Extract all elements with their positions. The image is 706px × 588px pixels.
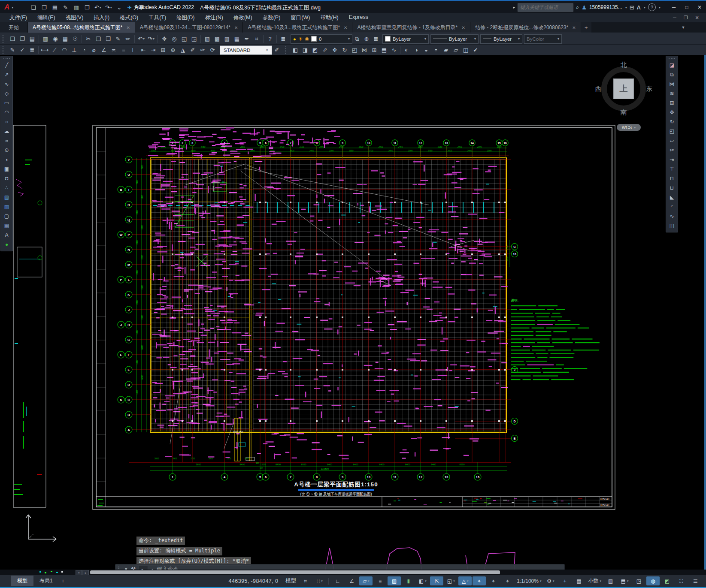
point-icon[interactable]: ∴	[2, 184, 11, 192]
layer-dropdown[interactable]: ● ☀ ◉ 0 ▾	[291, 34, 352, 44]
toolbar-grip[interactable]	[285, 46, 288, 54]
layer-lock-icon[interactable]: ◉	[305, 36, 309, 42]
zoom-realtime-icon[interactable]: ◎	[170, 34, 179, 44]
tab-start[interactable]: 开始	[0, 22, 28, 33]
clean-screen-icon[interactable]: ⛶	[675, 576, 688, 585]
snap-marker3-icon[interactable]: ⌖	[501, 576, 514, 585]
sheet-set-icon[interactable]: ▦	[232, 34, 242, 44]
extend-icon[interactable]: ⇥	[667, 155, 676, 164]
layer-on-icon[interactable]: ●	[293, 36, 296, 42]
plotstyle-dropdown[interactable]: ByColor▾	[524, 34, 562, 44]
new-layout-button[interactable]: +	[59, 578, 67, 584]
viewcube-south[interactable]: 南	[621, 109, 627, 117]
move-icon[interactable]: ✥	[667, 108, 676, 117]
print-icon[interactable]: ❒	[82, 3, 92, 12]
scale-icon[interactable]: ◰	[667, 127, 676, 136]
minimize-button[interactable]: ─	[667, 3, 680, 12]
autodesk-a-icon[interactable]: A	[637, 4, 641, 11]
file-tab-4[interactable]: 结修 - 2断桩报废原桩位...修改20080623*✕	[470, 22, 581, 33]
revision-cloud-icon[interactable]: ☁	[2, 127, 11, 136]
box-icon[interactable]: ◧	[291, 45, 300, 55]
stretch-icon[interactable]: ▱	[667, 136, 676, 145]
menu-item-5[interactable]: 工具(T)	[143, 13, 171, 22]
press-pull-icon[interactable]: ⬒	[379, 45, 389, 55]
infer-constraints-icon[interactable]: ∟	[331, 576, 344, 585]
tab-overflow-icon[interactable]: ▼	[679, 22, 688, 33]
dim-arc-icon[interactable]: ◠	[60, 45, 69, 55]
tool-palettes-icon[interactable]: ▨	[222, 34, 232, 44]
designcenter-icon[interactable]: ▩	[212, 34, 222, 44]
wedge-icon[interactable]: ◨	[300, 45, 310, 55]
break-at-point-icon[interactable]: ⊤	[667, 165, 676, 173]
ellipse-arc-icon[interactable]: ◖	[2, 155, 11, 164]
undo-icon[interactable]: ↶▾	[92, 3, 103, 12]
dim-aligned-icon[interactable]: ⟋	[50, 45, 59, 55]
gradient-icon[interactable]: ▥	[2, 202, 11, 211]
polyline-icon[interactable]: ∿	[2, 80, 11, 88]
open-icon[interactable]: ❐	[18, 34, 27, 44]
publish-icon[interactable]: ▦	[61, 34, 70, 44]
arc-icon[interactable]: ◠	[2, 108, 11, 117]
help-caret-icon[interactable]: ▾	[659, 6, 661, 9]
autocad-logo-icon[interactable]: A	[0, 3, 11, 12]
close-button[interactable]: ✕	[693, 3, 706, 12]
annotation-switch-icon[interactable]: ⚙▾	[544, 576, 557, 585]
mtext-icon[interactable]: A	[2, 231, 11, 239]
tab-close-icon[interactable]: ✕	[344, 25, 347, 30]
transparency-icon[interactable]: ▨	[388, 576, 401, 585]
customize-icon[interactable]: ☰	[689, 576, 702, 585]
new-tab-button[interactable]: +	[581, 22, 591, 33]
grid-display-icon[interactable]: ⌗	[299, 576, 312, 585]
offset-icon[interactable]: ≋	[667, 89, 676, 98]
workspace-switching-icon[interactable]: ◩	[661, 576, 674, 585]
menu-item-6[interactable]: 绘图(D)	[171, 13, 200, 22]
rotate-icon[interactable]: ↻	[667, 118, 676, 126]
layer-caret-icon[interactable]: ▾	[348, 37, 350, 41]
imprint-icon[interactable]: ◫	[461, 45, 470, 55]
lock-ui-icon[interactable]: ⬒▾	[618, 576, 631, 585]
redo-icon[interactable]: ↷▾	[146, 34, 156, 44]
text-style-icon[interactable]: ≣	[27, 45, 37, 55]
dim-continue-icon[interactable]: ⊦	[129, 45, 138, 55]
username[interactable]: 1505999135...	[589, 4, 622, 10]
tolerance-icon[interactable]: ⊞	[158, 45, 168, 55]
help-icon[interactable]: ?	[648, 3, 656, 11]
thicken-icon[interactable]: ▰	[441, 45, 451, 55]
file-tab-0[interactable]: A号楼结施05-08...结构最终正式施工图*✕	[28, 22, 135, 33]
annotation-scale-label[interactable]: 1:1/100%▾	[515, 576, 543, 585]
dim-style-dropdown[interactable]: STANDARD∨	[220, 45, 272, 55]
point-style-icon[interactable]: ●	[2, 240, 11, 249]
qsave-icon[interactable]: ▤	[49, 3, 60, 12]
dim-edit-icon[interactable]: ✐	[188, 45, 197, 55]
rectangle-icon[interactable]: ▭	[2, 99, 11, 107]
solid-check-icon[interactable]: ✔	[471, 45, 480, 55]
layer-previous-icon[interactable]: ⊜	[362, 34, 371, 44]
linetype-dropdown[interactable]: ByLayer▾	[430, 34, 479, 44]
layer-properties-icon[interactable]: ≣	[279, 34, 288, 44]
make-layer-current-icon[interactable]: ⧉	[352, 34, 362, 44]
menu-item-0[interactable]: 文件(F)	[4, 13, 32, 22]
dim-jogged-icon[interactable]: ◮	[178, 45, 188, 55]
copy-clip-icon[interactable]: ❑	[94, 34, 103, 44]
open-icon[interactable]: ❐	[39, 3, 49, 12]
scrollbar-thumb[interactable]	[90, 570, 500, 574]
layout1-tab[interactable]: 布局1	[33, 576, 59, 586]
command-close-icon[interactable]: ✕	[124, 567, 128, 570]
3d-rotate-icon[interactable]: ↻	[340, 45, 349, 55]
doc-minimize-icon[interactable]: ─	[669, 15, 680, 21]
layer-freeze-icon[interactable]: ☀	[298, 36, 303, 42]
hatch-icon[interactable]: ▨	[2, 193, 11, 202]
etransmit-icon[interactable]: ☉	[70, 34, 80, 44]
dim-update-icon[interactable]: ⟳	[208, 45, 217, 55]
construction-line-icon[interactable]: ↗	[2, 70, 11, 79]
redo-icon[interactable]: ↷▾	[103, 3, 114, 12]
viewcube-east[interactable]: 东	[646, 85, 652, 93]
viewcube-north[interactable]: 北	[621, 61, 627, 69]
spell-check-icon[interactable]: ✓	[18, 45, 27, 55]
spline-icon[interactable]: ≈	[2, 136, 11, 145]
trim-icon[interactable]: ✂	[667, 146, 676, 154]
osnap-3d-icon[interactable]: ◧▾	[416, 576, 429, 585]
extrude-icon[interactable]: ⇗	[320, 45, 330, 55]
quick-properties-icon[interactable]: ▥	[604, 576, 617, 585]
command-grip[interactable]	[118, 567, 121, 570]
